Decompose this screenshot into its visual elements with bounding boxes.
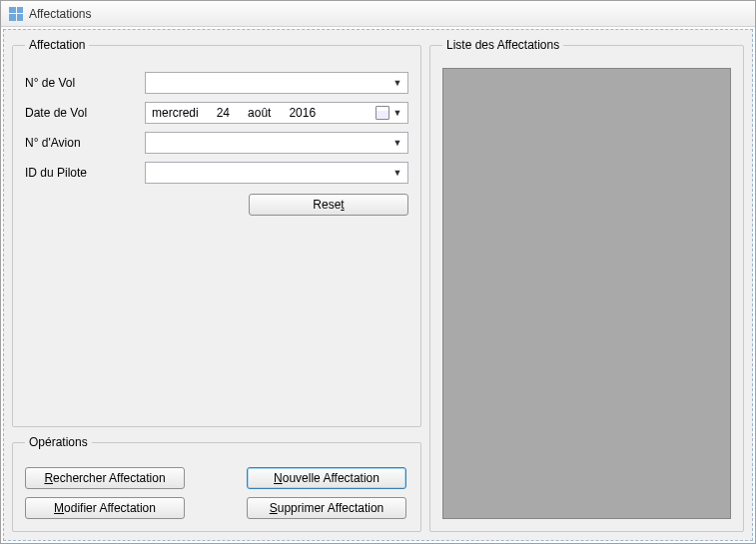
operations-grid: Rechercher Affectation Nouvelle Affectat… (25, 467, 408, 519)
label-num-vol: N° de Vol (25, 76, 145, 90)
reset-row: Reset (25, 194, 408, 216)
affectations-list[interactable] (442, 68, 731, 519)
client-area: Affectation N° de Vol ▼ Date de Vol merc… (3, 29, 753, 541)
combobox-id-pilote[interactable]: ▼ (145, 162, 408, 184)
combobox-num-vol[interactable]: ▼ (145, 72, 408, 94)
group-operations-legend: Opérations (25, 435, 92, 449)
reset-button[interactable]: Reset (249, 194, 408, 216)
modifier-button[interactable]: Modifier Affectation (25, 497, 185, 519)
rechercher-button[interactable]: Rechercher Affectation (25, 467, 185, 489)
reset-button-mnemonic: t (341, 198, 344, 212)
label-date-vol: Date de Vol (25, 106, 145, 120)
label-num-avion: N° d'Avion (25, 136, 145, 150)
date-month: août (248, 106, 271, 120)
reset-button-prefix: Rese (313, 198, 341, 212)
chevron-down-icon: ▼ (389, 165, 405, 181)
label-id-pilote: ID du Pilote (25, 166, 145, 180)
date-day: 24 (217, 106, 230, 120)
group-affectation: Affectation N° de Vol ▼ Date de Vol merc… (12, 38, 421, 427)
window-title: Affectations (29, 7, 91, 21)
date-weekday: mercredi (152, 106, 199, 120)
group-operations: Opérations Rechercher Affectation Nouvel… (12, 435, 421, 532)
group-liste: Liste des Affectations (429, 38, 744, 532)
group-affectation-legend: Affectation (25, 38, 89, 52)
affectation-form: N° de Vol ▼ Date de Vol mercredi 24 août… (25, 72, 408, 184)
combobox-num-avion[interactable]: ▼ (145, 132, 408, 154)
window-affectations: Affectations Affectation N° de Vol ▼ Dat… (0, 0, 756, 544)
app-icon (9, 7, 23, 21)
group-liste-legend: Liste des Affectations (442, 38, 563, 52)
chevron-down-icon: ▼ (389, 105, 405, 121)
chevron-down-icon: ▼ (389, 135, 405, 151)
calendar-icon (376, 106, 389, 120)
date-year: 2016 (289, 106, 316, 120)
nouvelle-button[interactable]: Nouvelle Affectation (247, 467, 406, 489)
datepicker-date-vol[interactable]: mercredi 24 août 2016 ▼ (145, 102, 408, 124)
chevron-down-icon: ▼ (389, 75, 405, 91)
titlebar: Affectations (1, 1, 755, 27)
supprimer-button[interactable]: Supprimer Affectation (247, 497, 406, 519)
left-column: Affectation N° de Vol ▼ Date de Vol merc… (12, 38, 421, 532)
